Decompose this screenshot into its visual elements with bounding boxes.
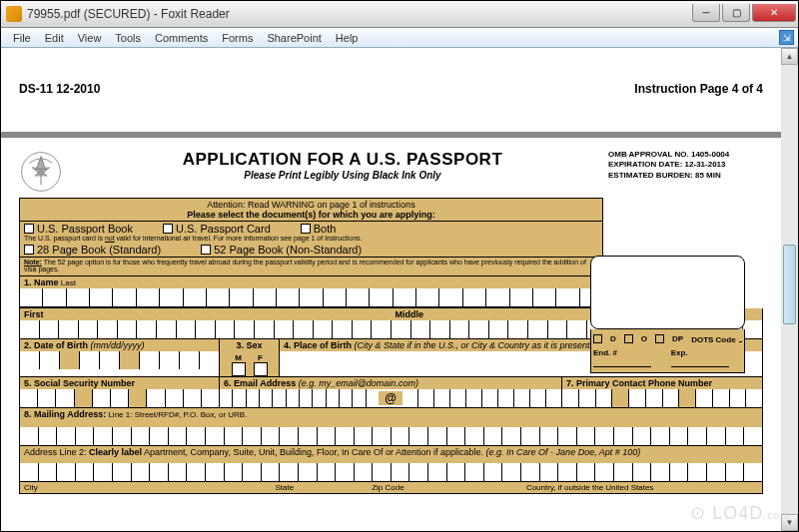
- menu-comments[interactable]: Comments: [148, 30, 215, 46]
- scroll-track[interactable]: [781, 65, 798, 514]
- vertical-scrollbar[interactable]: ▲ ▼: [781, 48, 798, 531]
- country-label: Country, if outside the United States: [526, 483, 758, 492]
- menu-tools[interactable]: Tools: [108, 30, 148, 46]
- city-label: City: [24, 483, 275, 492]
- form-title: APPLICATION FOR A U.S. PASSPORT: [77, 150, 608, 170]
- ssn-cells[interactable]: [20, 389, 219, 407]
- mailing-line2-cells[interactable]: [20, 463, 762, 481]
- scroll-thumb[interactable]: [783, 245, 796, 324]
- attention-text: Attention: Read WARNING on page 1 of ins…: [21, 200, 601, 210]
- menu-edit[interactable]: Edit: [38, 30, 71, 46]
- dob-cells[interactable]: [20, 351, 219, 369]
- scroll-up-icon[interactable]: ▲: [781, 48, 798, 65]
- dots-code-field[interactable]: [739, 332, 742, 342]
- form-subtitle: Please Print Legibly Using Black Ink Onl…: [77, 170, 608, 181]
- page-form: APPLICATION FOR A U.S. PASSPORT Please P…: [1, 138, 781, 531]
- omb-approval: OMB APPROVAL NO. 1405-0004: [608, 150, 763, 160]
- sec4-label: 4. Place of Birth: [284, 340, 352, 350]
- city-state-zip-row: City State Zip Code Country, if outside …: [20, 482, 762, 493]
- sec5-label: 5. Social Security Number: [24, 378, 135, 388]
- at-symbol: @: [379, 391, 402, 405]
- check-o[interactable]: [624, 334, 633, 343]
- mailing-line1-cells[interactable]: [20, 427, 762, 445]
- check-dp[interactable]: [655, 334, 664, 343]
- page-note: Note: The 52 page option is for those wh…: [20, 258, 602, 276]
- end-field[interactable]: [593, 357, 651, 367]
- photo-staple-area: D O DP DOTS Code End. # Exp.: [590, 256, 745, 373]
- option-52page[interactable]: 52 Page Book (Non-Standard): [201, 244, 362, 256]
- page-indicator: Instruction Page 4 of 4: [634, 82, 763, 122]
- application-window: 79955.pdf (SECURED) - Foxit Reader ─ ▢ ✕…: [0, 0, 799, 532]
- addr2-label: Address Line 2:: [24, 447, 89, 457]
- label-end: End. #: [593, 348, 617, 357]
- option-passport-book[interactable]: U.S. Passport Book: [24, 223, 133, 235]
- label-o: O: [641, 334, 647, 343]
- exp-field[interactable]: [671, 357, 729, 367]
- name-last-cells[interactable]: [20, 288, 602, 306]
- omb-expiration: EXPIRATION DATE: 12-31-2013: [608, 160, 763, 170]
- omb-info: OMB APPROVAL NO. 1405-0004 EXPIRATION DA…: [608, 150, 763, 181]
- option-both[interactable]: Both: [301, 223, 337, 235]
- sex-f[interactable]: F: [254, 353, 268, 376]
- state-label: State: [275, 483, 372, 492]
- zip-label: Zip Code: [372, 483, 526, 492]
- menu-view[interactable]: View: [71, 30, 109, 46]
- option-passport-card[interactable]: U.S. Passport Card: [163, 223, 271, 235]
- check-d[interactable]: [593, 334, 602, 343]
- sec1-label: 1. Name: [24, 277, 59, 287]
- label-dp: DP: [672, 334, 683, 343]
- menubar: File Edit View Tools Comments Forms Shar…: [1, 28, 798, 48]
- sec7-label: 7. Primary Contact Phone Number: [566, 378, 712, 388]
- window-controls: ─ ▢ ✕: [690, 4, 796, 24]
- middle-label: Middle: [396, 309, 424, 319]
- maximize-button[interactable]: ▢: [722, 4, 750, 22]
- sec2-label: 2. Date of Birth: [24, 340, 88, 350]
- app-icon: [6, 6, 22, 22]
- email-field[interactable]: @: [220, 389, 561, 407]
- titlebar[interactable]: 79955.pdf (SECURED) - Foxit Reader ─ ▢ ✕: [1, 1, 798, 28]
- menu-forms[interactable]: Forms: [215, 30, 260, 46]
- sec8-label: 8. Mailing Address:: [24, 409, 106, 419]
- sec3-label: 3. Sex: [236, 340, 262, 350]
- scroll-down-icon[interactable]: ▼: [781, 514, 798, 531]
- label-exp: Exp.: [671, 348, 688, 357]
- attention-bar: Attention: Read WARNING on page 1 of ins…: [20, 199, 602, 222]
- select-prompt: Please select the document(s) for which …: [21, 210, 601, 220]
- window-title: 79955.pdf (SECURED) - Foxit Reader: [27, 7, 690, 21]
- sex-m[interactable]: M: [232, 353, 246, 376]
- menu-help[interactable]: Help: [329, 30, 366, 46]
- omb-burden: ESTIMATED BURDEN: 85 MIN: [608, 171, 763, 181]
- phone-cells[interactable]: [562, 389, 762, 407]
- document-content[interactable]: DS-11 12-2010 Instruction Page 4 of 4 AP…: [1, 48, 781, 531]
- first-label: First: [24, 309, 44, 319]
- minimize-button[interactable]: ─: [692, 4, 720, 22]
- sec6-label: 6. Email Address: [224, 378, 296, 388]
- us-seal-icon: [19, 150, 63, 194]
- card-note: The U.S. passport card is not valid for …: [20, 235, 602, 243]
- menu-sharepoint[interactable]: SharePoint: [260, 30, 328, 46]
- form-id: DS-11 12-2010: [19, 82, 100, 122]
- label-d: D: [610, 334, 616, 343]
- photo-box[interactable]: [590, 256, 745, 329]
- page-previous: DS-11 12-2010 Instruction Page 4 of 4: [1, 48, 781, 132]
- option-28page[interactable]: 28 Page Book (Standard): [24, 244, 161, 256]
- document-viewport: DS-11 12-2010 Instruction Page 4 of 4 AP…: [1, 48, 798, 531]
- label-dots: DOTS Code: [691, 335, 735, 344]
- menu-file[interactable]: File: [6, 30, 38, 46]
- close-button[interactable]: ✕: [752, 4, 796, 22]
- restore-icon[interactable]: ⇲: [779, 30, 794, 45]
